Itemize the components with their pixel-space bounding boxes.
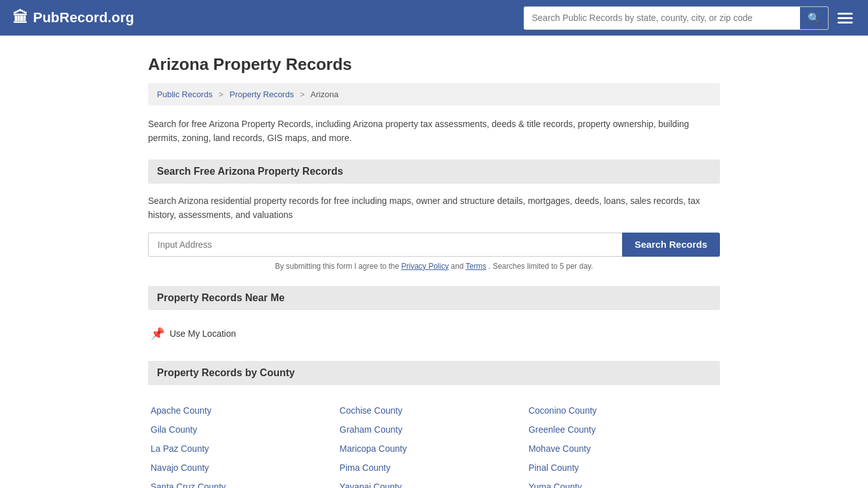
hamburger-line-2 — [837, 17, 853, 19]
county-section-heading: Property Records by County — [157, 367, 711, 379]
county-link[interactable]: Pima County — [339, 463, 528, 473]
use-location-label: Use My Location — [170, 329, 236, 339]
county-link[interactable]: Graham County — [339, 424, 528, 435]
location-pin-icon: 📌 — [151, 327, 165, 341]
disclaimer-limit: . Searches limited to 5 per day. — [489, 262, 593, 271]
logo-text: PubRecord.org — [33, 10, 134, 26]
county-link[interactable]: Yuma County — [529, 482, 717, 488]
county-link[interactable]: Pinal County — [529, 463, 717, 473]
header-search-area: 🔍 — [524, 6, 855, 30]
county-link[interactable]: Greenlee County — [529, 424, 717, 435]
site-logo[interactable]: 🏛 PubRecord.org — [13, 9, 134, 27]
page-title: Arizona Property Records — [148, 55, 720, 74]
hamburger-line-1 — [837, 13, 853, 15]
search-section-description: Search Arizona residential property reco… — [148, 194, 720, 222]
county-link[interactable]: Cochise County — [339, 405, 528, 416]
county-link[interactable]: Navajo County — [151, 463, 339, 473]
hamburger-menu-button[interactable] — [835, 10, 855, 26]
breadcrumb: Public Records > Property Records > Ariz… — [148, 83, 720, 105]
header-search-icon: 🔍 — [808, 13, 820, 24]
header-search-input[interactable] — [524, 8, 800, 28]
breadcrumb-sep-1: > — [219, 90, 224, 99]
county-link[interactable]: Maricopa County — [339, 444, 528, 454]
county-link[interactable]: Apache County — [151, 405, 339, 416]
search-section-heading: Search Free Arizona Property Records — [157, 166, 711, 177]
near-me-heading: Property Records Near Me — [157, 292, 711, 304]
address-search-form: Search Records — [148, 233, 720, 257]
page-description: Search for free Arizona Property Records… — [148, 117, 720, 146]
county-link[interactable]: Gila County — [151, 424, 339, 435]
breadcrumb-sep-2: > — [300, 90, 305, 99]
county-section-header: Property Records by County — [148, 361, 720, 385]
use-my-location[interactable]: 📌 Use My Location — [148, 320, 720, 347]
county-grid: Apache CountyCochise CountyCoconino Coun… — [148, 395, 720, 488]
breadcrumb-current: Arizona — [311, 90, 339, 99]
address-input[interactable] — [148, 233, 622, 257]
header: 🏛 PubRecord.org 🔍 — [0, 0, 868, 36]
county-link[interactable]: Santa Cruz County — [151, 482, 339, 488]
breadcrumb-property-records[interactable]: Property Records — [229, 90, 294, 99]
near-me-section-header: Property Records Near Me — [148, 286, 720, 310]
header-search-box: 🔍 — [524, 6, 829, 30]
search-section-header: Search Free Arizona Property Records — [148, 159, 720, 184]
header-search-button[interactable]: 🔍 — [800, 7, 828, 29]
county-link[interactable]: Yavapai County — [339, 482, 528, 488]
logo-icon: 🏛 — [13, 9, 28, 27]
county-link[interactable]: La Paz County — [151, 444, 339, 454]
disclaimer-and-text: and — [451, 262, 464, 271]
privacy-policy-link[interactable]: Privacy Policy — [402, 262, 449, 271]
search-records-button[interactable]: Search Records — [622, 233, 720, 257]
near-me-section: Property Records Near Me 📌 Use My Locati… — [148, 286, 720, 347]
main-content: Arizona Property Records Public Records … — [135, 36, 733, 488]
county-link[interactable]: Mohave County — [529, 444, 717, 454]
terms-link[interactable]: Terms — [466, 262, 487, 271]
disclaimer-text: By submitting this form I agree to the — [275, 262, 399, 271]
breadcrumb-public-records[interactable]: Public Records — [157, 90, 212, 99]
form-disclaimer: By submitting this form I agree to the P… — [148, 262, 720, 271]
hamburger-line-3 — [837, 22, 853, 24]
county-section: Property Records by County Apache County… — [148, 361, 720, 488]
county-link[interactable]: Coconino County — [529, 405, 717, 416]
